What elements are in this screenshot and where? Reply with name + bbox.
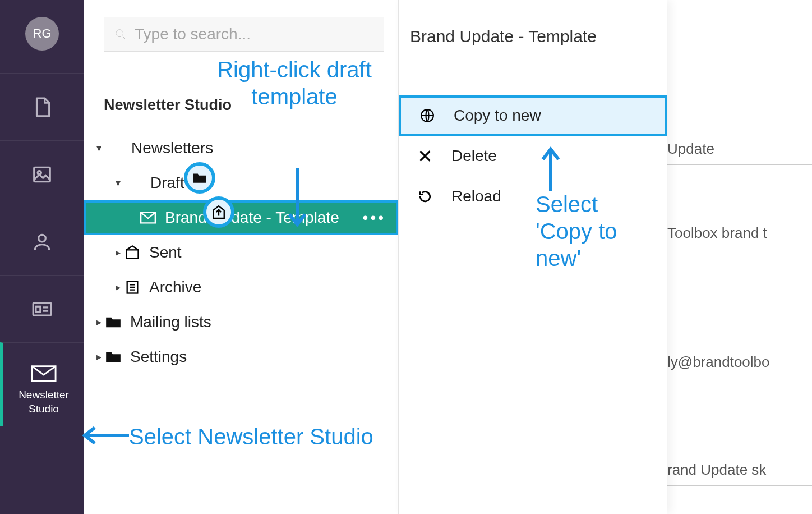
context-delete-label: Delete — [451, 147, 497, 165]
highlight-circle-newsletters — [184, 162, 215, 194]
context-delete[interactable]: Delete — [399, 136, 667, 176]
tree-sent[interactable]: ▸ Sent — [84, 235, 398, 270]
tree-settings-label: Settings — [130, 348, 187, 366]
nav-newsletter-studio[interactable]: Newsletter Studio — [0, 342, 84, 426]
search-icon — [114, 28, 127, 40]
outbox-up-icon — [211, 205, 226, 219]
context-copy-to-new[interactable]: Copy to new — [399, 95, 667, 136]
expand-icon[interactable]: ▸ — [112, 281, 123, 293]
envelope-icon — [31, 365, 57, 383]
folder-icon — [192, 171, 207, 185]
tree-newsletters-label: Newsletters — [131, 139, 213, 157]
tree-newsletters[interactable]: ▾ Newsletters — [84, 131, 398, 166]
tree-draft-label: Draft — [150, 174, 184, 192]
tree-sent-label: Sent — [149, 244, 182, 261]
image-icon — [31, 164, 53, 185]
svg-rect-0 — [34, 167, 50, 181]
close-icon — [416, 149, 435, 163]
tree-mailing-lists-label: Mailing lists — [130, 313, 211, 331]
highlight-circle-draft — [203, 196, 234, 228]
annotation-select-ns: Select Newsletter Studio — [129, 423, 373, 450]
nav-members[interactable] — [0, 208, 84, 275]
document-icon — [31, 97, 53, 118]
bg-row-label: rand Update sk — [667, 461, 766, 479]
expand-icon[interactable]: ▸ — [93, 316, 104, 328]
tree-draft[interactable]: ▾ Draft — [84, 166, 398, 200]
archive-icon — [123, 278, 141, 296]
arrow-up-icon — [539, 146, 562, 191]
outbox-icon — [123, 244, 141, 261]
more-options-icon[interactable]: ••• — [363, 209, 386, 227]
nav-content[interactable] — [0, 73, 84, 140]
tree-draft-item[interactable]: Brand Update - Template ••• — [84, 200, 398, 235]
tree-archive[interactable]: ▸ Archive — [84, 270, 398, 305]
tree-archive-label: Archive — [149, 278, 201, 296]
expand-icon[interactable]: ▾ — [112, 177, 123, 189]
tree-settings[interactable]: ▸ Settings — [84, 339, 398, 374]
card-icon — [31, 299, 53, 320]
arrow-left-icon — [81, 425, 129, 446]
tree-draft-item-label: Brand Update - Template — [165, 209, 339, 227]
person-icon — [31, 231, 53, 253]
arrow-down-icon — [286, 168, 308, 233]
nav-rail: RG Newsletter Studio — [0, 0, 84, 514]
globe-icon — [418, 108, 437, 123]
expand-icon[interactable]: ▸ — [112, 246, 123, 259]
search-placeholder: Type to search... — [135, 25, 251, 43]
bg-row-label: ly@brandtoolbo — [667, 354, 770, 371]
tree-mailing-lists[interactable]: ▸ Mailing lists — [84, 305, 398, 339]
nav-forms[interactable] — [0, 275, 84, 342]
context-reload-label: Reload — [451, 187, 501, 205]
context-menu-header: Brand Update - Template — [399, 0, 667, 95]
nav-media[interactable] — [0, 140, 84, 208]
bg-row-label: Toolbox brand t — [667, 224, 767, 242]
expand-icon[interactable]: ▸ — [93, 351, 104, 363]
folder-icon — [104, 313, 122, 331]
avatar-initials: RG — [33, 26, 52, 41]
svg-point-2 — [39, 235, 46, 242]
avatar[interactable]: RG — [25, 17, 59, 51]
svg-rect-4 — [36, 306, 40, 312]
svg-point-5 — [116, 30, 123, 37]
folder-icon — [104, 348, 122, 366]
annotation-right-click: Right-click draft template — [202, 56, 387, 110]
background-form: Update Toolbox brand t ly@brandtoolbo ra… — [667, 0, 812, 514]
search-input[interactable]: Type to search... — [104, 17, 384, 52]
nav-newsletter-studio-label: Newsletter Studio — [3, 388, 84, 416]
bg-row-label: Update — [667, 140, 714, 158]
envelope-icon — [139, 209, 157, 227]
annotation-select-copy: Select 'Copy to new' — [536, 191, 648, 272]
context-copy-label: Copy to new — [454, 107, 541, 125]
expand-icon[interactable]: ▾ — [93, 142, 104, 154]
reload-icon — [416, 189, 435, 204]
